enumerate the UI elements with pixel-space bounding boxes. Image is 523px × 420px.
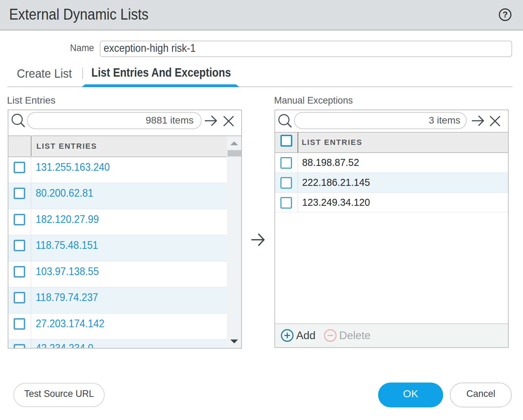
svg-text:?: ? [503,10,508,19]
